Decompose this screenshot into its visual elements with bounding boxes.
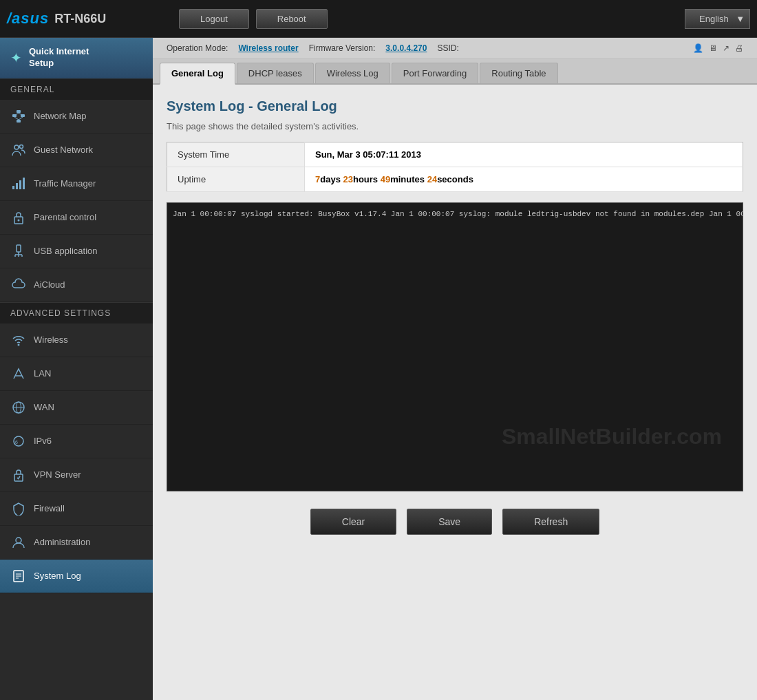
sidebar-item-label: AiCloud bbox=[34, 279, 65, 290]
lan-icon bbox=[10, 365, 27, 382]
tab-dhcp-leases[interactable]: DHCP leases bbox=[237, 63, 314, 83]
guest-network-icon bbox=[10, 142, 27, 158]
share-icon: ↗ bbox=[723, 43, 729, 53]
sysinfo-table: System Time Sun, Mar 3 05:07:11 2013 Upt… bbox=[167, 142, 743, 192]
log-container[interactable]: Jan 1 00:00:07 syslogd started: BusyBox … bbox=[167, 202, 743, 491]
usb-application-icon bbox=[10, 243, 27, 259]
language-select[interactable]: English bbox=[685, 9, 750, 29]
sidebar-item-label: System Log bbox=[34, 571, 81, 581]
sidebar-item-aicloud[interactable]: AiCloud bbox=[0, 268, 153, 302]
logo-asus: /asus bbox=[7, 10, 49, 28]
advanced-section-header: Advanced Settings bbox=[0, 302, 153, 324]
svg-line-6 bbox=[14, 117, 19, 120]
sidebar-item-guest-network[interactable]: Guest Network bbox=[0, 134, 153, 167]
sidebar-item-label: IPv6 bbox=[34, 436, 52, 446]
system-time-row: System Time Sun, Mar 3 05:07:11 2013 bbox=[167, 142, 743, 167]
sidebar-item-network-map[interactable]: Network Map bbox=[0, 100, 153, 134]
svg-point-28 bbox=[16, 538, 21, 543]
firmware-value[interactable]: 3.0.0.4.270 bbox=[385, 43, 427, 53]
svg-rect-1 bbox=[17, 110, 21, 113]
sidebar-item-system-log[interactable]: System Log bbox=[0, 560, 153, 593]
sidebar-item-wireless[interactable]: Wireless bbox=[0, 324, 153, 357]
refresh-button[interactable]: Refresh bbox=[502, 509, 599, 535]
tab-port-forwarding[interactable]: Port Forwarding bbox=[392, 63, 478, 83]
svg-point-21 bbox=[18, 343, 20, 346]
system-time-label: System Time bbox=[167, 142, 305, 167]
sidebar-item-parental-control[interactable]: Parental control bbox=[0, 201, 153, 235]
svg-line-7 bbox=[19, 117, 23, 120]
operation-mode-value[interactable]: Wireless router bbox=[238, 43, 298, 53]
aicloud-icon bbox=[10, 277, 27, 293]
network-map-icon bbox=[10, 108, 27, 125]
svg-rect-11 bbox=[16, 183, 18, 189]
logo-model: RT-N66U bbox=[54, 12, 106, 26]
sidebar-item-label: WAN bbox=[34, 402, 54, 412]
svg-text:6: 6 bbox=[15, 440, 18, 445]
system-log-icon bbox=[10, 568, 27, 584]
vpn-server-icon bbox=[10, 467, 27, 483]
uptime-seconds: 24 bbox=[427, 174, 437, 184]
log-text: Jan 1 00:00:07 syslogd started: BusyBox … bbox=[167, 203, 743, 226]
logout-button[interactable]: Logout bbox=[179, 9, 249, 29]
operation-mode-bar: Operation Mode: Wireless router Firmware… bbox=[153, 38, 757, 59]
quick-setup-label: Quick InternetSetup bbox=[29, 46, 89, 70]
sidebar-item-label: Network Map bbox=[34, 111, 87, 121]
print-icon: 🖨 bbox=[735, 43, 743, 53]
action-buttons: Clear Save Refresh bbox=[167, 502, 743, 542]
sidebar-item-usb-application[interactable]: USB application bbox=[0, 235, 153, 268]
sidebar-item-administration[interactable]: Administration bbox=[0, 526, 153, 560]
svg-point-8 bbox=[14, 145, 19, 149]
parental-control-icon bbox=[10, 209, 27, 226]
sidebar-item-lan[interactable]: LAN bbox=[0, 357, 153, 391]
sidebar-item-wan[interactable]: WAN bbox=[0, 391, 153, 425]
main-layout: ✦ Quick InternetSetup General Network Ma… bbox=[0, 38, 757, 700]
sidebar-item-firewall[interactable]: Firewall bbox=[0, 492, 153, 526]
uptime-days-label: days bbox=[320, 174, 341, 184]
operation-mode-label: Operation Mode: bbox=[167, 43, 228, 53]
tab-routing-table[interactable]: Routing Table bbox=[480, 63, 557, 83]
svg-rect-3 bbox=[17, 120, 21, 123]
ipv6-icon: 6 bbox=[10, 433, 27, 449]
sidebar-item-vpn-server[interactable]: VPN Server bbox=[0, 458, 153, 492]
wan-icon bbox=[10, 399, 27, 416]
quick-internet-setup[interactable]: ✦ Quick InternetSetup bbox=[0, 38, 153, 78]
tab-wireless-log[interactable]: Wireless Log bbox=[315, 63, 390, 83]
top-buttons: Logout Reboot bbox=[179, 9, 328, 29]
sidebar-item-label: Firewall bbox=[34, 503, 65, 513]
sidebar-item-label: Wireless bbox=[34, 335, 68, 345]
ssid-label: SSID: bbox=[437, 43, 458, 53]
uptime-label: Uptime bbox=[167, 167, 305, 192]
save-button[interactable]: Save bbox=[407, 509, 492, 535]
content-area: Operation Mode: Wireless router Firmware… bbox=[153, 38, 757, 700]
svg-rect-10 bbox=[12, 186, 14, 189]
sidebar-item-traffic-manager[interactable]: Traffic Manager bbox=[0, 167, 153, 201]
uptime-hours-label: hours bbox=[353, 174, 378, 184]
sidebar: ✦ Quick InternetSetup General Network Ma… bbox=[0, 38, 153, 700]
uptime-value: 7days 23hours 49minutes 24seconds bbox=[305, 167, 743, 192]
reboot-button[interactable]: Reboot bbox=[256, 9, 328, 29]
uptime-seconds-label: seconds bbox=[437, 174, 473, 184]
watermark: SmallNetBuilder.com bbox=[502, 424, 722, 449]
monitor-icon: 🖥 bbox=[709, 43, 717, 53]
uptime-minutes: 49 bbox=[381, 174, 390, 184]
sidebar-item-label: Parental control bbox=[34, 212, 96, 222]
quick-setup-icon: ✦ bbox=[10, 50, 22, 66]
general-section-header: General bbox=[0, 78, 153, 100]
svg-rect-16 bbox=[17, 245, 21, 252]
uptime-minutes-label: minutes bbox=[390, 174, 425, 184]
logo-area: /asus RT-N66U bbox=[7, 10, 158, 28]
clear-button[interactable]: Clear bbox=[310, 509, 396, 535]
user-icon: 👤 bbox=[693, 43, 703, 53]
tab-bar: General Log DHCP leases Wireless Log Por… bbox=[153, 59, 757, 85]
tab-general-log[interactable]: General Log bbox=[160, 63, 235, 85]
sidebar-item-label: VPN Server bbox=[34, 469, 81, 480]
firmware-label: Firmware Version: bbox=[309, 43, 376, 53]
top-bar: /asus RT-N66U Logout Reboot English ▼ bbox=[0, 0, 757, 38]
page-title: System Log - General Log bbox=[167, 98, 743, 114]
lang-area: English ▼ bbox=[685, 9, 750, 29]
page-content: System Log - General Log This page shows… bbox=[153, 85, 757, 555]
sidebar-item-label: Guest Network bbox=[34, 145, 93, 155]
sidebar-item-label: USB application bbox=[34, 246, 98, 256]
sidebar-item-ipv6[interactable]: 6 IPv6 bbox=[0, 425, 153, 458]
svg-rect-13 bbox=[23, 178, 25, 189]
